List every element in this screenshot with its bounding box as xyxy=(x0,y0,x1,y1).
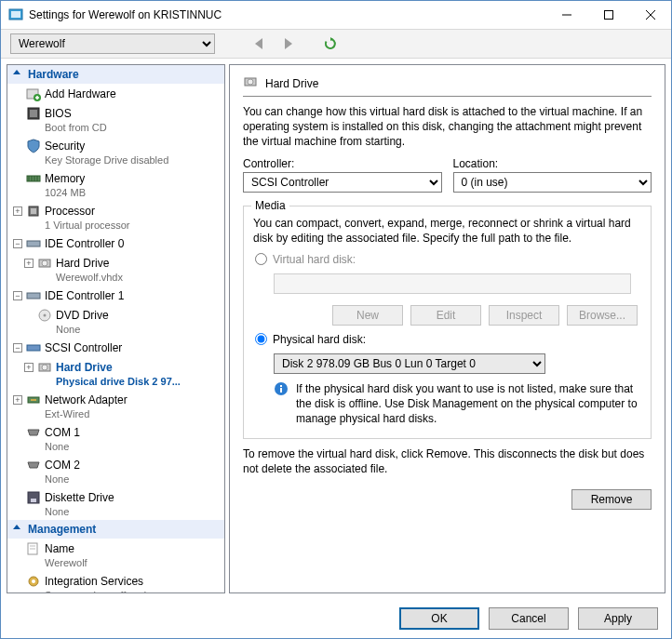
reload-button[interactable] xyxy=(321,34,340,53)
svg-rect-3 xyxy=(604,11,612,20)
phys-radio-row[interactable]: Physical hard disk: xyxy=(255,333,641,346)
tree-item-processor[interactable]: + Processor 1 Virtual processor xyxy=(7,201,224,233)
tree-item-scsi[interactable]: − SCSI Controller xyxy=(7,338,224,357)
name-icon xyxy=(26,541,41,556)
tree-label: Processor xyxy=(45,205,95,218)
phys-radio[interactable] xyxy=(255,333,267,345)
panel-description: You can change how this virtual hard dis… xyxy=(243,104,652,150)
memory-icon xyxy=(26,171,41,186)
panel-title: Hard Drive xyxy=(265,77,318,90)
settings-tree[interactable]: Hardware Add Hardware BIOS Boot from CD … xyxy=(7,64,225,593)
tree-sub: None xyxy=(13,323,221,336)
tree-item-scsi-harddrive[interactable]: + Hard Drive Physical drive Disk 2 97... xyxy=(7,357,224,390)
svg-rect-28 xyxy=(27,345,40,351)
bios-icon xyxy=(26,106,41,121)
cancel-button[interactable]: Cancel xyxy=(489,607,569,630)
svg-rect-46 xyxy=(280,388,282,393)
ok-button[interactable]: OK xyxy=(399,607,479,630)
tree-sub: 1 Virtual processor xyxy=(13,219,221,232)
svg-rect-14 xyxy=(30,110,37,117)
tree-item-com1[interactable]: COM 1 None xyxy=(7,422,224,455)
expand-icon[interactable]: + xyxy=(24,363,34,372)
inspect-button: Inspect xyxy=(489,305,559,326)
tree-item-nic[interactable]: + Network Adapter Ext-Wired xyxy=(7,390,224,422)
tree-sub: 1024 MB xyxy=(13,186,221,199)
tree-sub: Werewolf.vhdx xyxy=(13,271,221,284)
controller-select[interactable]: SCSI Controller xyxy=(243,172,442,193)
tree-item-add-hardware[interactable]: Add Hardware xyxy=(7,84,224,103)
tree-item-ide1-dvd[interactable]: DVD Drive None xyxy=(7,305,224,338)
tree-label: Hard Drive xyxy=(56,361,113,374)
tree-label: Integration Services xyxy=(45,575,143,588)
phys-radio-label: Physical hard disk: xyxy=(273,333,366,346)
tree-label: COM 1 xyxy=(45,426,80,439)
controller-icon xyxy=(26,236,41,251)
apply-button[interactable]: Apply xyxy=(578,607,658,630)
vhd-radio[interactable] xyxy=(255,253,267,265)
tree-sub: Werewolf xyxy=(13,556,221,569)
svg-marker-7 xyxy=(285,38,292,49)
tree-sub: Some services offered xyxy=(13,589,221,593)
collapse-icon[interactable]: − xyxy=(13,343,22,353)
collapse-icon[interactable]: − xyxy=(13,239,22,248)
tree-item-bios[interactable]: BIOS Boot from CD xyxy=(7,103,224,136)
remove-button[interactable]: Remove xyxy=(571,489,652,510)
tree-sub: Ext-Wired xyxy=(13,407,221,420)
tree-sub: None xyxy=(13,440,221,453)
toolbar: Werewolf xyxy=(1,29,671,59)
location-label: Location: xyxy=(453,157,652,170)
controller-icon xyxy=(26,288,41,303)
close-button[interactable] xyxy=(629,2,671,29)
svg-rect-22 xyxy=(27,241,40,246)
media-group-title: Media xyxy=(251,199,289,212)
edit-button: Edit xyxy=(410,305,481,326)
nav-back-button[interactable] xyxy=(250,34,269,53)
expand-icon[interactable]: + xyxy=(13,395,22,405)
tree-item-ide0-harddrive[interactable]: + Hard Drive Werewolf.vhdx xyxy=(7,253,224,286)
tree-item-name[interactable]: Name Werewolf xyxy=(7,539,224,571)
expand-icon[interactable]: + xyxy=(24,259,34,268)
svg-point-30 xyxy=(42,365,47,370)
panel-header: Hard Drive xyxy=(243,74,652,97)
location-select[interactable]: 0 (in use) xyxy=(453,172,652,193)
controller-icon xyxy=(26,340,41,355)
minimize-button[interactable] xyxy=(545,2,587,29)
diskette-icon xyxy=(26,490,41,505)
svg-point-27 xyxy=(44,313,47,316)
tree-item-diskette[interactable]: Diskette Drive None xyxy=(7,487,224,520)
serial-port-icon xyxy=(26,458,41,473)
serial-port-icon xyxy=(26,425,41,440)
browse-button: Browse... xyxy=(567,305,638,326)
tree-sub: Boot from CD xyxy=(13,121,221,134)
tree-item-ide1[interactable]: − IDE Controller 1 xyxy=(7,286,224,305)
maximize-button[interactable] xyxy=(587,2,629,29)
tree-item-security[interactable]: Security Key Storage Drive disabled xyxy=(7,136,224,168)
tree-label: Hard Drive xyxy=(56,257,109,270)
tree-item-ide0[interactable]: − IDE Controller 0 xyxy=(7,233,224,253)
tree-item-memory[interactable]: Memory 1024 MB xyxy=(7,168,224,201)
tree-item-com2[interactable]: COM 2 None xyxy=(7,455,224,487)
harddrive-icon xyxy=(37,256,52,271)
vm-selector[interactable]: Werewolf xyxy=(10,33,215,54)
tree-label: Name xyxy=(45,542,74,555)
harddrive-icon xyxy=(37,360,52,375)
tree-label: SCSI Controller xyxy=(45,341,122,354)
add-hardware-icon xyxy=(26,87,41,101)
titlebar: Settings for Werewolf on KRISTINNUC xyxy=(1,1,671,29)
vhd-radio-row[interactable]: Virtual hard disk: xyxy=(255,253,641,266)
app-icon xyxy=(8,7,23,22)
svg-rect-47 xyxy=(280,385,282,387)
tree-label: Diskette Drive xyxy=(45,491,114,504)
tree-label: Network Adapter xyxy=(45,393,128,406)
expand-icon[interactable]: + xyxy=(13,206,22,216)
section-management[interactable]: Management xyxy=(7,520,224,539)
physical-disk-select[interactable]: Disk 2 978.09 GB Bus 0 Lun 0 Target 0 xyxy=(274,353,545,374)
shield-icon xyxy=(26,139,41,153)
nav-forward-button[interactable] xyxy=(278,34,297,53)
collapse-icon[interactable]: − xyxy=(13,291,22,300)
tree-sub: None xyxy=(13,505,221,518)
tree-sub: Physical drive Disk 2 97... xyxy=(13,375,221,388)
tree-item-integration-services[interactable]: Integration Services Some services offer… xyxy=(7,571,224,593)
section-hardware[interactable]: Hardware xyxy=(7,65,224,84)
media-group: Media You can compact, convert, expand, … xyxy=(243,206,652,439)
